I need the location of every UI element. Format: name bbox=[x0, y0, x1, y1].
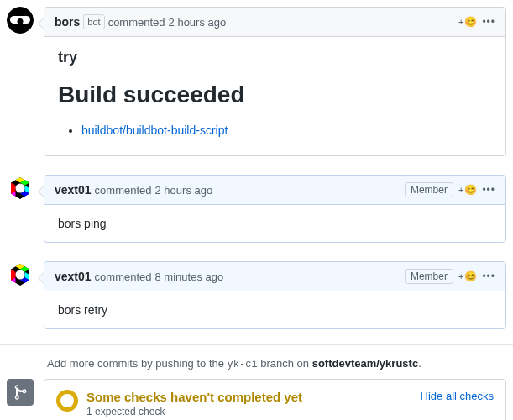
comment-action: commented bbox=[95, 270, 152, 283]
comment-timestamp[interactable]: 8 minutes ago bbox=[155, 270, 224, 283]
comment: bors bot commented 2 hours ago +😊 ••• tr… bbox=[0, 0, 513, 168]
member-badge: Member bbox=[405, 182, 453, 197]
comment: vext01 commented 2 hours ago Member +😊 •… bbox=[0, 168, 513, 255]
comment-box: vext01 commented 8 minutes ago Member +😊… bbox=[44, 261, 506, 329]
checks-box: Some checks haven't completed yet 1 expe… bbox=[44, 379, 506, 420]
build-link-list: buildbot/buildbot-build-script bbox=[58, 123, 492, 137]
svg-point-10 bbox=[16, 184, 25, 193]
merge-status: Some checks haven't completed yet 1 expe… bbox=[0, 379, 513, 420]
comment-author[interactable]: vext01 bbox=[55, 270, 92, 283]
comment-body: try Build succeeded buildbot/buildbot-bu… bbox=[44, 37, 505, 155]
comment-menu-button[interactable]: ••• bbox=[482, 270, 495, 282]
member-badge: Member bbox=[405, 269, 453, 284]
merge-icon bbox=[7, 379, 34, 406]
comment-box: bors bot commented 2 hours ago +😊 ••• tr… bbox=[44, 7, 506, 156]
comment-timestamp[interactable]: 2 hours ago bbox=[155, 184, 213, 197]
build-link[interactable]: buildbot/buildbot-build-script bbox=[81, 123, 228, 137]
comment-timestamp[interactable]: 2 hours ago bbox=[169, 16, 227, 29]
comment-header: bors bot commented 2 hours ago +😊 ••• bbox=[44, 8, 505, 37]
comment: vext01 commented 8 minutes ago Member +😊… bbox=[0, 255, 513, 341]
comment-action: commented bbox=[108, 16, 165, 29]
checks-header: Some checks haven't completed yet 1 expe… bbox=[44, 380, 505, 420]
repo-name: softdevteam/ykrustc bbox=[312, 357, 418, 370]
body-heading: Build succeeded bbox=[58, 81, 492, 108]
comment-menu-button[interactable]: ••• bbox=[482, 16, 495, 28]
comment-header: vext01 commented 2 hours ago Member +😊 •… bbox=[44, 176, 505, 205]
svg-point-18 bbox=[16, 270, 25, 280]
comment-author[interactable]: bors bbox=[55, 15, 80, 29]
avatar[interactable] bbox=[7, 7, 34, 34]
add-reaction-button[interactable]: +😊 bbox=[458, 184, 477, 196]
body-text: bors ping bbox=[58, 217, 107, 230]
comment-box: vext01 commented 2 hours ago Member +😊 •… bbox=[44, 175, 506, 243]
comment-action: commented bbox=[95, 184, 152, 197]
comment-body: bors retry bbox=[44, 291, 505, 328]
add-reaction-button[interactable]: +😊 bbox=[458, 16, 477, 28]
avatar[interactable] bbox=[7, 175, 34, 202]
comment-body: bors ping bbox=[44, 205, 505, 242]
checks-subtitle: 1 expected check bbox=[86, 406, 302, 417]
comment-header: vext01 commented 8 minutes ago Member +😊… bbox=[44, 262, 505, 291]
comment-menu-button[interactable]: ••• bbox=[482, 184, 495, 196]
add-reaction-button[interactable]: +😊 bbox=[458, 270, 477, 282]
checks-title: Some checks haven't completed yet bbox=[86, 390, 302, 404]
pending-status-icon bbox=[56, 390, 78, 412]
comment-author[interactable]: vext01 bbox=[55, 183, 92, 197]
branch-name: yk-ci bbox=[228, 359, 258, 370]
hide-all-checks-link[interactable]: Hide all checks bbox=[421, 390, 494, 402]
bot-badge: bot bbox=[83, 14, 104, 29]
body-title: try bbox=[58, 49, 492, 66]
push-commits-note: Add more commits by pushing to the yk-ci… bbox=[0, 344, 513, 379]
body-text: bors retry bbox=[58, 303, 107, 317]
avatar[interactable] bbox=[7, 261, 34, 288]
